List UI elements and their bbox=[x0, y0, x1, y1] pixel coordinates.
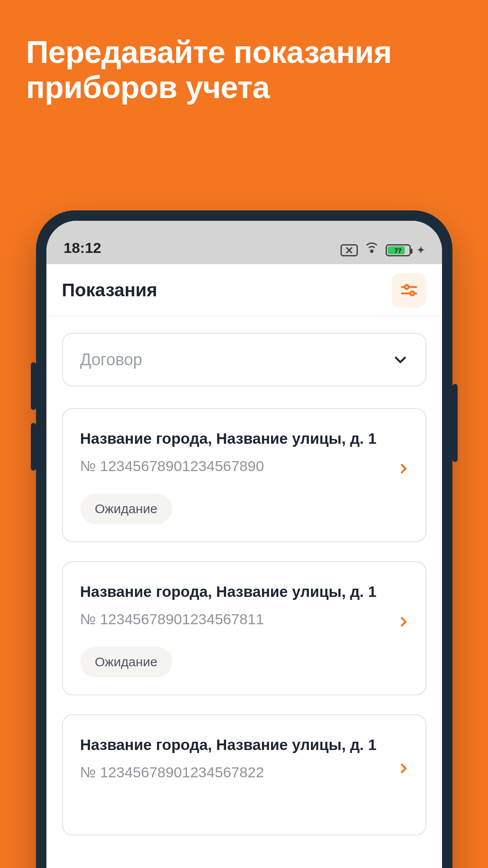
page-title: Показания bbox=[62, 280, 157, 301]
phone-side-button bbox=[31, 423, 36, 471]
sliders-icon bbox=[400, 281, 419, 300]
chevron-down-icon bbox=[393, 352, 408, 367]
dropdown-label: Договор bbox=[80, 350, 142, 369]
card-contract-number: № 12345678901234567822 bbox=[80, 764, 408, 781]
status-time: 18:12 bbox=[64, 239, 102, 256]
battery-level: 77 bbox=[394, 247, 402, 254]
charging-icon: ✦ bbox=[417, 245, 425, 256]
status-badge: Ожидание bbox=[80, 494, 172, 524]
status-badge: Ожидание bbox=[80, 647, 172, 677]
app-header: Показания bbox=[46, 264, 442, 316]
chevron-right-icon bbox=[397, 762, 410, 776]
phone-frame: 18:12 77 ✦ Показания bbox=[36, 210, 452, 868]
svg-point-3 bbox=[410, 291, 414, 295]
promo-title: Передавайте показания приборов учета bbox=[0, 0, 488, 105]
chevron-right-icon bbox=[397, 462, 410, 477]
card-contract-number: № 12345678901234567890 bbox=[80, 458, 408, 475]
card-address: Название города, Название улицы, д. 1 bbox=[80, 430, 408, 447]
phone-side-button bbox=[31, 362, 36, 410]
wifi-icon bbox=[364, 244, 380, 256]
svg-point-1 bbox=[405, 285, 409, 289]
chevron-right-icon bbox=[397, 615, 410, 630]
card-address: Название города, Название улицы, д. 1 bbox=[80, 583, 408, 600]
phone-side-button bbox=[452, 384, 458, 462]
meter-card[interactable]: Название города, Название улицы, д. 1 № … bbox=[62, 408, 426, 542]
meter-card[interactable]: Название города, Название улицы, д. 1 № … bbox=[62, 561, 426, 695]
filter-button[interactable] bbox=[392, 273, 426, 308]
battery-icon: 77 bbox=[386, 244, 411, 256]
phone-screen: 18:12 77 ✦ Показания bbox=[46, 221, 442, 868]
status-icons: 77 ✦ bbox=[341, 244, 425, 256]
status-bar: 18:12 77 ✦ bbox=[46, 221, 442, 264]
meter-card[interactable]: Название города, Название улицы, д. 1 № … bbox=[62, 714, 426, 835]
card-contract-number: № 12345678901234567811 bbox=[80, 611, 408, 628]
content-area: Договор Название города, Название улицы,… bbox=[46, 316, 442, 835]
contract-dropdown[interactable]: Договор bbox=[62, 333, 426, 387]
card-address: Название города, Название улицы, д. 1 bbox=[80, 736, 408, 753]
no-sim-icon bbox=[341, 244, 358, 256]
